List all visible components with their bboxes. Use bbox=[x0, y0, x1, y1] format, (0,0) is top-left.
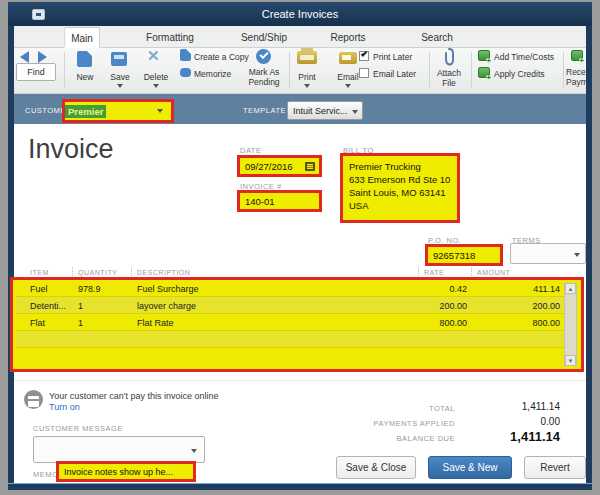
cell-rate[interactable]: 800.00 bbox=[406, 318, 467, 328]
balance-due-label: BALANCE DUE bbox=[335, 434, 455, 443]
mark-pending-icon bbox=[256, 49, 271, 64]
items-table: Fuel 978.9 Fuel Surcharge 0.42 411.14 De… bbox=[10, 277, 584, 372]
email-dropdown-icon[interactable] bbox=[345, 84, 351, 88]
tab-search[interactable]: Search bbox=[415, 27, 459, 48]
cell-item[interactable]: Fuel bbox=[30, 284, 48, 294]
create-copy-button[interactable]: Create a Copy bbox=[194, 52, 264, 62]
save-dropdown-icon[interactable] bbox=[117, 84, 123, 88]
date-field[interactable]: 09/27/2016 bbox=[237, 155, 322, 177]
calendar-icon[interactable] bbox=[305, 162, 315, 171]
delete-icon: ✕ bbox=[147, 47, 160, 65]
cell-rate[interactable]: 200.00 bbox=[406, 301, 467, 311]
email-later-checkbox[interactable] bbox=[359, 68, 369, 78]
print-later-checkbox[interactable] bbox=[359, 51, 369, 61]
ribbon-divider bbox=[429, 52, 430, 88]
po-no-field[interactable]: 92657318 bbox=[425, 244, 503, 266]
tab-send-ship[interactable]: Send/Ship bbox=[235, 27, 293, 48]
cell-description[interactable]: layover charge bbox=[137, 301, 196, 311]
save-close-button[interactable]: Save & Close bbox=[336, 456, 416, 479]
window-titlebar: Create Invoices bbox=[8, 2, 592, 26]
cell-quantity[interactable]: 978.9 bbox=[78, 284, 101, 294]
total-label: TOTAL bbox=[335, 404, 455, 413]
create-copy-icon bbox=[180, 49, 191, 61]
column-amount: AMOUNT bbox=[477, 269, 510, 276]
table-row[interactable]: Fuel 978.9 Fuel Surcharge 0.42 411.14 bbox=[16, 280, 564, 297]
template-label: TEMPLATE bbox=[243, 106, 286, 115]
checkmark-icon bbox=[361, 50, 367, 56]
mark-pending-button[interactable]: Mark As Pending bbox=[240, 67, 288, 87]
email-later-label[interactable]: Email Later bbox=[373, 69, 427, 79]
memo-field[interactable]: Invoice notes show up he... bbox=[56, 461, 196, 482]
template-dropdown-icon bbox=[352, 110, 358, 114]
save-new-button[interactable]: Save & New bbox=[428, 456, 512, 479]
attach-file-button[interactable]: Attach File bbox=[432, 68, 466, 88]
template-value: Intuit Servic... bbox=[293, 106, 348, 116]
print-dropdown-icon[interactable] bbox=[304, 84, 310, 88]
cell-amount[interactable]: 411.14 bbox=[480, 284, 560, 294]
table-row-empty[interactable] bbox=[16, 348, 564, 365]
customer-message-label: CUSTOMER MESSAGE bbox=[33, 424, 123, 433]
save-icon bbox=[111, 52, 127, 66]
memorize-icon bbox=[180, 68, 191, 77]
back-arrow-icon[interactable] bbox=[20, 51, 29, 63]
delete-button[interactable]: Delete bbox=[137, 72, 175, 82]
window-title: Create Invoices bbox=[262, 8, 338, 20]
cell-item[interactable]: Detenti... bbox=[30, 301, 66, 311]
scroll-down-icon[interactable]: ▼ bbox=[565, 355, 576, 366]
print-button[interactable]: Print bbox=[292, 72, 322, 82]
invoice-no-field[interactable]: 140-01 bbox=[237, 190, 322, 212]
new-button[interactable]: New bbox=[68, 72, 102, 82]
find-button[interactable]: Find bbox=[16, 63, 56, 81]
revert-button[interactable]: Revert bbox=[524, 456, 586, 479]
cell-amount[interactable]: 800.00 bbox=[480, 318, 560, 328]
tab-formatting[interactable]: Formatting bbox=[140, 27, 200, 48]
terms-dropdown[interactable] bbox=[510, 243, 586, 264]
ribbon-divider bbox=[471, 52, 472, 88]
bill-to-field[interactable]: Premier Trucking 633 Emerson Rd Ste 10 S… bbox=[340, 153, 460, 223]
window-border-right bbox=[586, 26, 592, 483]
ribbon-divider bbox=[289, 52, 290, 88]
credit-card-icon bbox=[24, 390, 43, 409]
cell-description[interactable]: Flat Rate bbox=[137, 318, 174, 328]
column-description: DESCRIPTION bbox=[137, 269, 190, 276]
column-rate: RATE bbox=[424, 269, 444, 276]
table-row-empty[interactable] bbox=[16, 331, 564, 348]
cell-description[interactable]: Fuel Surcharge bbox=[137, 284, 199, 294]
turn-on-link[interactable]: Turn on bbox=[49, 402, 80, 412]
receive-payments-button[interactable]: Receive Payments bbox=[566, 67, 586, 87]
save-button[interactable]: Save bbox=[103, 72, 137, 82]
customer-job-dropdown[interactable]: Premier bbox=[65, 102, 171, 120]
cell-quantity[interactable]: 1 bbox=[78, 318, 83, 328]
cell-rate[interactable]: 0.42 bbox=[406, 284, 467, 294]
window-menu-icon[interactable] bbox=[32, 9, 45, 20]
table-row[interactable]: Flat 1 Flat Rate 800.00 800.00 bbox=[16, 314, 564, 331]
customer-message-dropdown[interactable] bbox=[33, 436, 205, 463]
date-label: DATE bbox=[240, 146, 261, 155]
customer-message-dropdown-icon bbox=[191, 449, 197, 453]
add-time-costs-button[interactable]: Add Time/Costs bbox=[494, 52, 564, 62]
total-value: 1,411.14 bbox=[450, 401, 560, 412]
apply-credits-button[interactable]: Apply Credits bbox=[494, 69, 564, 79]
print-later-label[interactable]: Print Later bbox=[373, 52, 425, 62]
cell-quantity[interactable]: 1 bbox=[78, 301, 83, 311]
tab-main[interactable]: Main bbox=[64, 27, 100, 48]
terms-dropdown-icon bbox=[574, 253, 580, 257]
payments-applied-label: PAYMENTS APPLIED bbox=[335, 419, 455, 428]
table-scrollbar[interactable]: ▲ ▼ bbox=[564, 283, 577, 366]
create-invoices-window: Create Invoices Main Formatting Send/Shi… bbox=[0, 0, 600, 495]
ribbon-divider bbox=[563, 52, 564, 88]
payments-applied-value: 0.00 bbox=[450, 416, 560, 427]
tab-reports[interactable]: Reports bbox=[324, 27, 371, 48]
memo-label: MEMO bbox=[33, 470, 58, 479]
template-dropdown[interactable]: Intuit Servic... bbox=[287, 101, 363, 120]
cell-item[interactable]: Flat bbox=[30, 318, 45, 328]
forward-arrow-icon[interactable] bbox=[38, 51, 47, 63]
apply-credits-icon bbox=[478, 67, 490, 78]
scroll-up-icon[interactable]: ▲ bbox=[565, 283, 576, 294]
customer-job-annotation-box: Premier bbox=[62, 99, 174, 123]
cell-amount[interactable]: 200.00 bbox=[480, 301, 560, 311]
delete-dropdown-icon[interactable] bbox=[153, 84, 159, 88]
table-row[interactable]: Detenti... 1 layover charge 200.00 200.0… bbox=[16, 297, 564, 314]
print-icon bbox=[297, 51, 317, 64]
form-title: Invoice bbox=[28, 134, 114, 165]
